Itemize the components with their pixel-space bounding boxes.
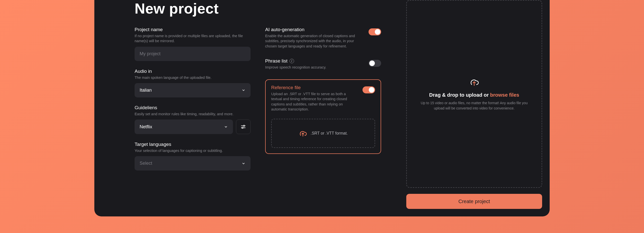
project-name-input[interactable] bbox=[135, 47, 251, 61]
guidelines-label: Guideliens bbox=[135, 105, 251, 110]
phrase-list-toggle[interactable] bbox=[369, 60, 381, 67]
guidelines-settings-button[interactable] bbox=[236, 120, 251, 134]
reference-file-toggle[interactable] bbox=[363, 86, 375, 93]
ai-auto-field: AI auto-generation Enable the automatic … bbox=[265, 27, 381, 52]
left-column: Project name If no project name is provi… bbox=[135, 27, 251, 178]
page-title: New project bbox=[135, 0, 381, 17]
project-card: New project Project name If no project n… bbox=[94, 0, 550, 216]
right-column: AI auto-generation Enable the automatic … bbox=[265, 27, 381, 178]
chevron-down-icon bbox=[242, 161, 246, 165]
right-panel: Drag & drop to upload or browse files Up… bbox=[406, 0, 550, 216]
audio-in-label: Audio in bbox=[135, 69, 251, 74]
audio-in-select[interactable]: Italian bbox=[135, 83, 251, 97]
reference-file-dropzone[interactable]: .SRT or .VTT format. bbox=[271, 119, 375, 148]
main-upload-area[interactable]: Drag & drop to upload or browse files Up… bbox=[406, 0, 542, 188]
target-languages-label: Target languages bbox=[135, 142, 251, 147]
upload-title: Drag & drop to upload or browse files bbox=[429, 92, 519, 98]
ai-auto-label: AI auto-generation bbox=[265, 27, 364, 32]
phrase-list-label: Phrase list i bbox=[265, 58, 364, 64]
project-name-desc: If no project name is provided or multip… bbox=[135, 33, 251, 44]
toggle-knob bbox=[375, 29, 380, 35]
guidelines-value: Netflix bbox=[140, 124, 152, 130]
target-languages-placeholder: Select bbox=[140, 161, 152, 166]
chevron-down-icon bbox=[242, 88, 246, 92]
target-languages-desc: Your selection of languages for captioni… bbox=[135, 148, 251, 153]
guidelines-desc: Easily set and monitor rules like timing… bbox=[135, 111, 251, 117]
toggle-knob bbox=[369, 87, 374, 93]
upload-cloud-icon bbox=[469, 77, 479, 87]
reference-file-box: Reference file Upload an .SRT or .VTT fi… bbox=[265, 79, 381, 154]
audio-in-field: Audio in The main spoken language of the… bbox=[135, 69, 251, 97]
upload-cloud-icon bbox=[299, 129, 307, 138]
target-languages-field: Target languages Your selection of langu… bbox=[135, 142, 251, 170]
sliders-icon bbox=[240, 124, 246, 130]
phrase-list-field: Phrase list i Improve speech recognition… bbox=[265, 58, 381, 73]
guidelines-field: Guideliens Easily set and monitor rules … bbox=[135, 105, 251, 134]
upload-desc: Up to 15 video or audio files, no matter… bbox=[417, 100, 532, 111]
info-icon[interactable]: i bbox=[290, 59, 294, 63]
chevron-down-icon bbox=[224, 125, 228, 129]
create-project-button[interactable]: Create project bbox=[406, 194, 542, 209]
browse-files-link[interactable]: browse files bbox=[490, 92, 519, 98]
audio-in-value: Italian bbox=[140, 88, 152, 93]
reference-file-desc: Upload an .SRT or .VTT file to serve as … bbox=[271, 91, 357, 112]
ai-auto-desc: Enable the automatic generation of close… bbox=[265, 33, 364, 49]
phrase-list-desc: Improve speech recognition accuracy. bbox=[265, 65, 364, 70]
left-panel: New project Project name If no project n… bbox=[94, 0, 406, 216]
svg-point-1 bbox=[244, 125, 245, 127]
guidelines-select[interactable]: Netflix bbox=[135, 120, 233, 134]
project-name-label: Project name bbox=[135, 27, 251, 32]
svg-point-3 bbox=[242, 127, 243, 129]
target-languages-select[interactable]: Select bbox=[135, 156, 251, 170]
reference-file-label: Reference file bbox=[271, 85, 357, 90]
audio-in-desc: The main spoken language of the uploaded… bbox=[135, 75, 251, 80]
project-name-field: Project name If no project name is provi… bbox=[135, 27, 251, 61]
toggle-knob bbox=[369, 61, 375, 66]
ai-auto-toggle[interactable] bbox=[369, 28, 381, 35]
reference-drop-text: .SRT or .VTT format. bbox=[311, 131, 348, 136]
